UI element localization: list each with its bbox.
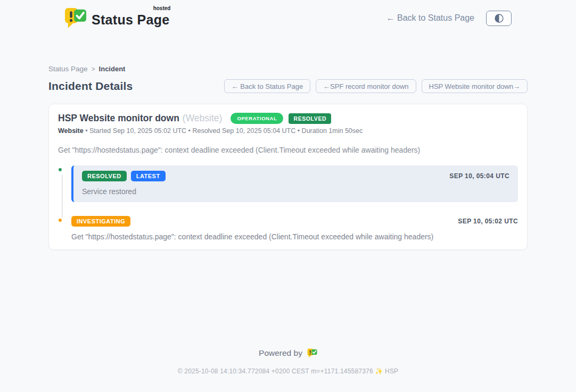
update-message: Get "https://hostedstatus.page": context…: [71, 232, 518, 241]
prev-incident-button[interactable]: ←SPF record monitor down: [316, 79, 416, 93]
investigating-badge: INVESTIGATING: [71, 216, 130, 227]
breadcrumb-separator: >: [92, 65, 95, 73]
update-badges-row: INVESTIGATING SEP 10, 05:02 UTC: [71, 216, 518, 227]
green-dot-icon: [57, 166, 63, 173]
copyright-text: © 2025-10-08 14:10:34.772084 +0200 CEST …: [0, 368, 576, 375]
incident-title: HSP Website monitor down: [58, 113, 179, 124]
breadcrumb-status-page[interactable]: Status Page: [48, 65, 88, 73]
back-to-status-page-link[interactable]: ← Back to Status Page: [386, 13, 474, 23]
page-title: Incident Details: [48, 80, 133, 93]
main-content: Status Page > Incident Incident Details …: [48, 29, 528, 250]
update-timestamp: SEP 10, 05:02 UTC: [458, 218, 518, 225]
operational-badge: OPERATIONAL: [231, 113, 283, 124]
brand-wrap: hosted Status Page: [92, 9, 169, 28]
statuspage-logo-icon: [64, 7, 87, 29]
latest-badge: LATEST: [131, 171, 166, 181]
powered-by-logo-link[interactable]: [307, 348, 317, 358]
circle-half-icon: [495, 14, 504, 23]
timeline-entry-investigating: INVESTIGATING SEP 10, 05:02 UTC Get "htt…: [58, 216, 518, 241]
incident-nav-buttons: ← Back to Status Page ←SPF record monito…: [224, 79, 528, 93]
meta-component: Website: [58, 127, 84, 135]
incident-card: HSP Website monitor down (Website) OPERA…: [48, 104, 528, 250]
update-timestamp: SEP 10, 05:04 UTC: [449, 172, 509, 180]
update-badges-row: RESOLVED LATEST SEP 10, 05:04 UTC: [82, 171, 509, 181]
next-incident-button[interactable]: HSP Website monitor down→: [422, 79, 528, 93]
top-header: hosted Status Page ← Back to Status Page: [64, 0, 512, 29]
title-row: Incident Details ← Back to Status Page ←…: [48, 79, 528, 93]
breadcrumb: Status Page > Incident: [48, 65, 528, 73]
statuspage-logo-icon: [307, 348, 317, 358]
resolved-badge: RESOLVED: [82, 171, 127, 181]
header-actions: ← Back to Status Page: [386, 11, 512, 26]
back-to-status-page-button[interactable]: ← Back to Status Page: [224, 79, 310, 93]
app-logo[interactable]: hosted Status Page: [64, 7, 169, 29]
powered-by: Powered by: [0, 348, 576, 358]
incident-description: Get "https://hostedstatus.page": context…: [58, 146, 518, 154]
orange-dot-icon: [57, 217, 63, 223]
page-footer: Powered by © 2025-10-08 14:10:34.772084 …: [0, 348, 576, 375]
incident-meta: Website • Started Sep 10, 2025 05:02 UTC…: [58, 127, 518, 135]
incident-component: (Website): [183, 113, 223, 124]
logo-brand-text: Status Page: [92, 12, 169, 27]
incident-timeline: RESOLVED LATEST SEP 10, 05:04 UTC Servic…: [58, 165, 518, 241]
incident-card-header: HSP Website monitor down (Website) OPERA…: [58, 113, 518, 124]
powered-by-label: Powered by: [259, 348, 302, 358]
breadcrumb-incident: Incident: [99, 65, 126, 73]
logo-hosted-label: hosted: [153, 5, 171, 11]
theme-toggle-button[interactable]: [486, 11, 512, 26]
meta-details: • Started Sep 10, 2025 05:02 UTC • Resol…: [84, 127, 363, 135]
resolved-status-badge: RESOLVED: [289, 113, 331, 124]
update-message: Service restored: [82, 187, 509, 196]
latest-update-box: RESOLVED LATEST SEP 10, 05:04 UTC Servic…: [71, 165, 518, 202]
timeline-entry-resolved: RESOLVED LATEST SEP 10, 05:04 UTC Servic…: [58, 165, 518, 202]
